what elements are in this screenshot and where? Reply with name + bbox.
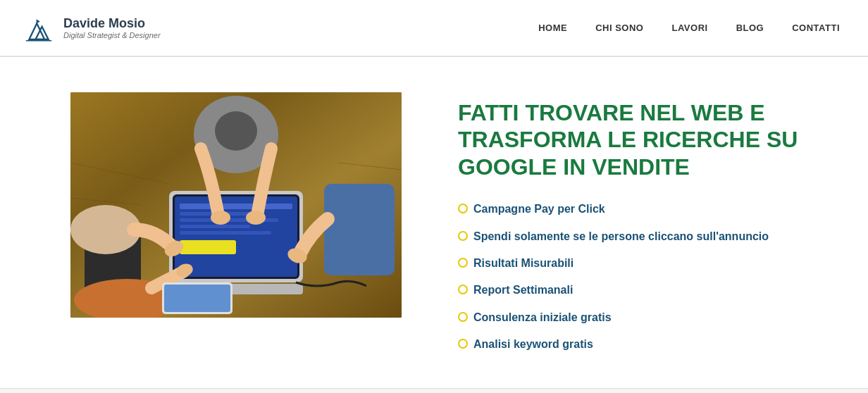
list-item: Analisi keyword gratis (458, 337, 833, 352)
list-item: Risultati Misurabili (458, 256, 833, 271)
nav-item-lavori[interactable]: LAVORI (672, 23, 708, 33)
bullet-circle-icon (458, 231, 468, 241)
hero-image (70, 92, 402, 318)
bullet-text: Analisi keyword gratis (473, 337, 593, 352)
main-content: FATTI TROVARE NEL WEB E TRASFORMA LE RIC… (0, 57, 868, 388)
bullet-text: Campagne Pay per Click (473, 201, 605, 217)
svg-point-21 (211, 211, 230, 225)
svg-rect-15 (180, 225, 250, 228)
list-item: Consulenza iniziale gratis (458, 310, 833, 325)
svg-rect-16 (180, 231, 271, 235)
logo-name: Davide Mosio (63, 16, 161, 32)
bullet-circle-icon (458, 258, 468, 268)
list-item: Spendi solamente se le persone cliccano … (458, 229, 833, 244)
hero-illustration (70, 92, 402, 318)
svg-rect-17 (180, 240, 236, 254)
logo-text-container: Davide Mosio Digital Strategist & Design… (63, 16, 161, 40)
bottom-bar (0, 388, 868, 393)
nav-item-chi-sono[interactable]: CHI SONO (595, 23, 643, 33)
bullet-text: Report Settimanali (473, 282, 573, 298)
nav-item-contatti[interactable]: CONTATTI (792, 23, 840, 33)
nav-item-blog[interactable]: BLOG (736, 23, 764, 33)
hero-content: FATTI TROVARE NEL WEB E TRASFORMA LE RIC… (458, 92, 833, 353)
svg-rect-25 (324, 184, 395, 275)
logo-area[interactable]: Davide Mosio Digital Strategist & Design… (21, 11, 161, 46)
nav-item-home[interactable]: HOME (538, 23, 567, 33)
bullet-list: Campagne Pay per Click Spendi solamente … (458, 201, 833, 352)
svg-marker-3 (37, 19, 40, 23)
bullet-circle-icon (458, 285, 468, 294)
bullet-text: Risultati Misurabili (473, 256, 574, 271)
bullet-circle-icon (458, 204, 468, 213)
bullet-circle-icon (458, 312, 468, 322)
svg-point-20 (215, 111, 257, 151)
bullet-text: Consulenza iniziale gratis (473, 310, 612, 325)
svg-rect-30 (164, 285, 230, 312)
list-item: Campagne Pay per Click (458, 201, 833, 217)
logo-tagline: Digital Strategist & Designer (63, 31, 161, 39)
bullet-text: Spendi solamente se le persone cliccano … (473, 229, 769, 244)
main-nav: HOME CHI SONO LAVORI BLOG CONTATTI (538, 23, 840, 33)
list-item: Report Settimanali (458, 282, 833, 298)
svg-rect-12 (180, 204, 292, 209)
hero-title: FATTI TROVARE NEL WEB E TRASFORMA LE RIC… (458, 99, 833, 180)
bullet-circle-icon (458, 339, 468, 349)
svg-point-22 (246, 211, 266, 225)
logo-icon (21, 11, 56, 46)
site-header: Davide Mosio Digital Strategist & Design… (0, 0, 868, 56)
hero-image-area (70, 92, 402, 318)
